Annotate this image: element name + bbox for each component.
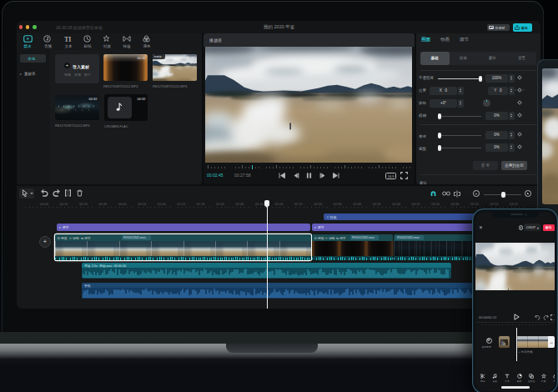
svg-text:TI: TI	[64, 36, 71, 43]
